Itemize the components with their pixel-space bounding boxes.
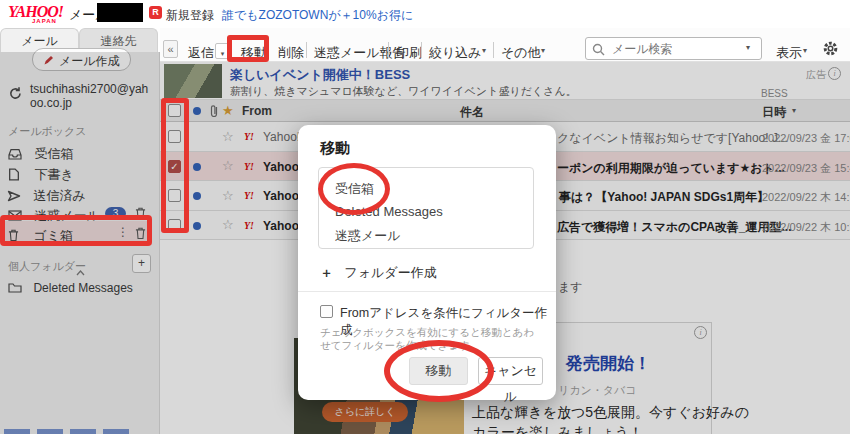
filter-checkbox[interactable] [320,305,333,318]
reply-button[interactable]: 返信 [188,44,214,62]
move-dialog: 移動 受信箱 Deleted Messages 迷惑メール ＋ フォルダー作成 … [298,125,556,400]
inbox-icon [8,148,22,160]
toolbar-separator [493,42,494,58]
collapse-sidebar-button[interactable]: « [163,40,178,58]
select-all-checkbox[interactable] [168,104,181,117]
kebab-menu-icon[interactable]: ⋮ [117,225,129,239]
unread-dot-icon[interactable] [193,107,201,115]
chevron-down-icon[interactable]: ▾ [746,43,750,52]
folder-select-list: 受信箱 Deleted Messages 迷惑メール [318,167,534,249]
add-folder-button[interactable]: + [132,254,151,273]
toolbar-separator [388,42,389,58]
yahoo-favicon: Y! [244,190,254,201]
delete-button[interactable]: 削除 [278,44,304,62]
pencil-icon [43,55,54,66]
star-icon[interactable]: ☆ [222,189,234,202]
email-subject: ーポンの利用期限が迫っています★おト... [557,160,785,177]
star-icon[interactable]: ☆ [222,218,234,231]
row-checkbox[interactable] [168,189,181,202]
cut-off-text-fragment: ます [558,279,583,296]
dialog-move-button[interactable]: 移動 [409,357,468,385]
document-icon [8,168,20,181]
chevron-down-icon: ▾ [541,46,545,55]
star-icon[interactable]: ★ [222,104,234,117]
view-dropdown[interactable]: 表示 [776,44,802,62]
ad-advertiser: BESS [761,88,788,99]
sidebar-item-trash[interactable]: ゴミ箱 [8,226,73,245]
list-header-row: ★ From 件名 日時 ▾ [160,100,850,122]
search-input[interactable] [610,40,739,58]
folder-icon [8,282,22,293]
star-icon[interactable]: ☆ [222,130,234,143]
column-header-from[interactable]: From [242,104,272,118]
move-button[interactable]: 移動 [241,44,267,62]
sidebar-item-inbox[interactable]: 受信箱 [8,144,73,163]
send-icon [7,190,21,202]
spam-envelope-icon [8,210,22,221]
unread-dot-icon [193,163,201,171]
promo-link[interactable]: 誰でもZOZOTOWNが＋10%お得に [222,7,413,24]
ad-subtitle: 薪割り、焼きマシュマロ体験など、ワイワイイベント盛りだくさん。 [230,84,577,99]
folder-option-inbox[interactable]: 受信箱 [335,180,374,198]
yahoo-mail-app: YAHOO! JAPAN メール R 新規登録 誰でもZOZOTOWNが＋10%… [0,0,850,434]
unread-dot-icon [193,192,201,200]
sidebar-item-deleted-messages[interactable]: Deleted Messages [8,278,133,296]
email-date: 2022/09/22 木 10:29 [762,220,850,235]
yahoo-favicon: Y! [244,161,254,172]
filter-help-text: チェックボックスを有効にすると移動とあわせてフィルターを作成できます。 [320,326,534,352]
yahoo-favicon: Y! [244,131,254,142]
reply-dropdown-button[interactable]: ▾ [215,43,230,59]
create-folder-button[interactable]: ＋ フォルダー作成 [320,263,437,282]
dialog-title: 移動 [320,139,350,158]
sidebar-item-drafts[interactable]: 下書き [8,165,74,184]
footer-links-fragment[interactable] [4,429,132,434]
plus-icon: ＋ [320,265,333,280]
logo-japan-text: JAPAN [32,18,57,24]
row-checkbox[interactable] [168,219,181,232]
spam-report-button[interactable]: 迷惑メール報告 [314,44,406,62]
sort-chevron-down-icon: ▾ [792,106,796,115]
signup-link[interactable]: 新規登録 [166,7,214,24]
ad-headline[interactable]: 発売開始！ [566,352,651,375]
folder-option-deleted-messages[interactable]: Deleted Messages [335,204,443,219]
ad-advertiser-fragment: リカン・タバコ [558,383,637,398]
ad-label: 広告 [806,68,826,82]
row-checkbox[interactable] [168,130,181,143]
dialog-cancel-button[interactable]: キャンセル [478,357,543,385]
filter-dropdown[interactable]: 絞り込み [429,44,482,62]
compose-button[interactable]: メール作成 [32,48,131,71]
folder-option-spam[interactable]: 迷惑メール [335,227,401,245]
email-date: 2022/09/23 金 17:05 [762,131,850,146]
email-subject: 広告で獲得増！スマホのCPA改善_運用型... [557,219,792,236]
ad-title-link[interactable]: 楽しいイベント開催中！BESS [230,66,410,84]
sidebar-item-sent[interactable]: 送信済み [7,186,86,205]
chevron-down-icon: ▾ [221,50,225,57]
print-button[interactable]: 印刷 [396,44,422,62]
chevron-down-icon: ▾ [482,46,486,55]
email-subject: 事は？【Yahoo! JAPAN SDGs1周年】 [559,189,769,206]
settings-gear-icon[interactable] [822,40,839,61]
spam-count-badge: 3 [105,207,126,220]
ad-thumbnail-image [164,64,222,98]
refresh-icon[interactable] [8,86,23,105]
paperclip-icon[interactable] [209,104,219,122]
toolbar-separator [306,42,307,58]
column-header-date[interactable]: 日時 [762,104,786,121]
ad-info-icon[interactable]: i [828,67,841,80]
email-date: 2022/09/22 木 14:17 [762,190,850,205]
email-subject: クなイベント情報お知らせです[Yahoo! J... [557,130,788,147]
personal-folders-header: 個人フォルダー [8,259,86,274]
email-date: 2022/09/23 金 15:48 [762,161,850,176]
column-header-subject[interactable]: 件名 [460,104,484,121]
mailbox-section-header: メールボックス [8,124,87,139]
unread-dot-icon [193,222,201,230]
ad-body-line2: カラーを楽しみましょう！ [472,424,643,434]
star-icon[interactable]: ☆ [222,159,234,172]
row-checkbox-checked[interactable]: ✓ [168,160,181,173]
yahoo-favicon: Y! [244,220,254,231]
trash-icon[interactable] [135,226,146,244]
chevron-down-icon: ▾ [803,46,807,55]
ad-info-icon[interactable]: i [694,326,707,339]
ad-cta-button[interactable]: さらに詳しく [322,402,408,422]
other-dropdown[interactable]: その他 [501,44,541,62]
